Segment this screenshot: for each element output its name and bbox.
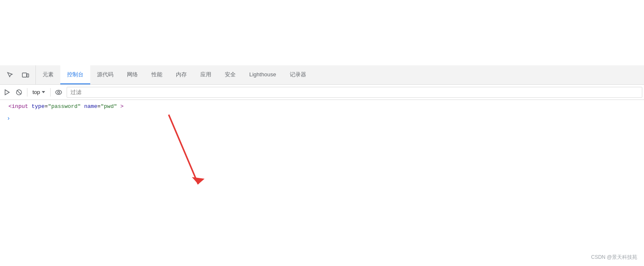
code-equals-2: = [97, 103, 101, 110]
devtools-tabs-bar: 元素 控制台 源代码 网络 性能 内存 应用 安全 [0, 65, 644, 85]
svg-marker-8 [192, 177, 205, 184]
console-prompt-line[interactable]: › [0, 113, 644, 124]
tab-console[interactable]: 控制台 [60, 65, 90, 84]
svg-line-4 [17, 90, 21, 94]
tab-application[interactable]: 应用 [194, 65, 218, 84]
tab-network[interactable]: 网络 [120, 65, 145, 84]
footer-credit: CSDN @景天科技苑 [591, 254, 637, 261]
dropdown-chevron-icon [42, 91, 45, 93]
code-attr-name: name [84, 103, 97, 110]
tab-memory[interactable]: 内存 [169, 65, 194, 84]
svg-line-7 [169, 115, 198, 184]
code-tag-open: <input [8, 103, 28, 110]
tab-performance[interactable]: 性能 [145, 65, 169, 84]
tab-recorder[interactable]: 记录器 [283, 65, 313, 84]
inspect-element-icon[interactable] [4, 69, 16, 81]
filter-input[interactable] [67, 87, 642, 98]
code-equals-1: = [45, 103, 48, 110]
svg-rect-0 [22, 73, 27, 77]
tabs-list: 元素 控制台 源代码 网络 性能 内存 应用 安全 [36, 65, 644, 84]
context-label: top [32, 89, 40, 95]
svg-rect-1 [27, 74, 29, 77]
console-toolbar: top [0, 85, 644, 100]
clear-console-icon[interactable] [13, 87, 24, 98]
device-toolbar-icon[interactable] [19, 69, 31, 81]
red-arrow-annotation [143, 110, 219, 203]
devtools-icon-group [0, 65, 36, 84]
svg-marker-2 [5, 90, 9, 95]
toolbar-divider [27, 88, 27, 97]
live-expressions-icon[interactable] [53, 87, 64, 98]
tab-lighthouse[interactable]: Lighthouse [243, 65, 283, 84]
tab-security[interactable]: 安全 [218, 65, 243, 84]
devtools-panel: 元素 控制台 源代码 网络 性能 内存 应用 安全 [0, 65, 644, 266]
tab-elements[interactable]: 元素 [36, 65, 60, 84]
code-attr-type: type [32, 103, 45, 110]
svg-point-6 [58, 91, 60, 93]
code-value-name: "pwd" [101, 103, 117, 110]
console-output-line: <input type="password" name="pwd" > [0, 100, 644, 113]
code-value-type: "password" [48, 103, 81, 110]
run-script-icon[interactable] [2, 87, 13, 98]
console-content-area: <input type="password" name="pwd" > › CS… [0, 100, 644, 266]
browser-content-area [0, 0, 644, 65]
context-dropdown[interactable]: top [30, 87, 48, 97]
prompt-arrow-icon: › [7, 115, 10, 122]
svg-point-5 [56, 90, 62, 94]
toolbar-divider-2 [50, 88, 51, 97]
tab-sources[interactable]: 源代码 [90, 65, 120, 84]
code-tag-close: > [120, 103, 124, 110]
